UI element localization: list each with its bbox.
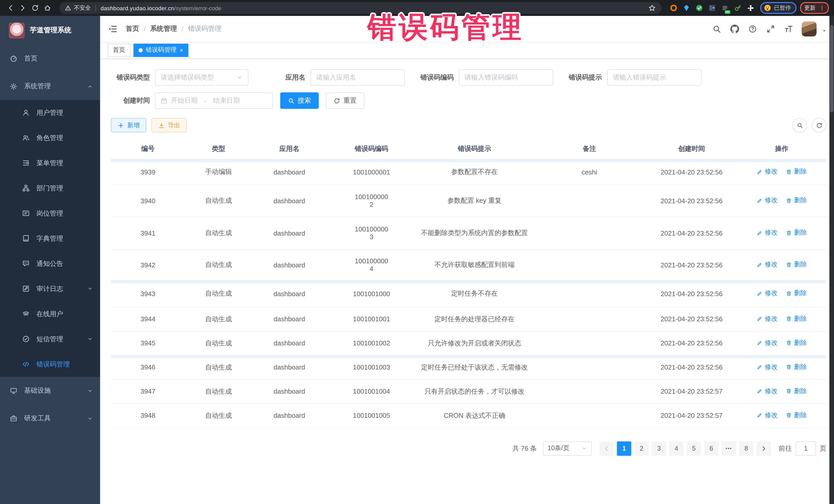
page-button-8[interactable]: 8 [739, 441, 753, 456]
sidebar-item-7[interactable]: 字典管理 [0, 226, 100, 251]
delete-link[interactable]: 删除 [786, 411, 807, 420]
app-name-input[interactable]: 请输入应用名 [310, 69, 405, 86]
search-icon[interactable] [712, 24, 721, 34]
sidebar-item-3[interactable]: 角色管理 [0, 125, 100, 150]
breadcrumb-home[interactable]: 首页 [126, 24, 139, 34]
delete-link[interactable]: 删除 [786, 196, 807, 205]
close-tab-icon[interactable]: × [180, 47, 183, 53]
font-size-icon[interactable] [784, 24, 793, 34]
page-button-6[interactable]: 6 [704, 441, 719, 456]
toggle-search-button[interactable] [792, 118, 807, 132]
delete-link[interactable]: 删除 [786, 339, 807, 348]
edit-link[interactable]: 修改 [756, 387, 777, 396]
page-button-3[interactable]: 3 [652, 441, 666, 456]
sidebar-item-6[interactable]: 岗位管理 [0, 201, 100, 226]
reset-button[interactable]: 重置 [326, 92, 365, 109]
search-button[interactable]: 搜索 [280, 92, 319, 109]
extension-gem-icon[interactable] [682, 4, 690, 12]
user-avatar[interactable] [802, 21, 816, 36]
scrollbar-thumb[interactable] [830, 25, 833, 112]
dashboard-icon [10, 54, 18, 62]
profile-paused-badge[interactable]: 已暂停 [760, 2, 796, 14]
sidebar-item-2[interactable]: 用户管理 [0, 100, 100, 125]
sidebar-item-0[interactable]: 首页 [0, 45, 100, 72]
reload-icon[interactable] [31, 4, 40, 12]
edit-link[interactable]: 修改 [756, 289, 777, 298]
cell-app-name: dashboard [252, 379, 327, 403]
edit-link[interactable]: 修改 [756, 339, 777, 348]
delete-link[interactable]: 删除 [786, 229, 807, 237]
app-logo[interactable]: 芋道管理系统 [0, 16, 100, 45]
extension-orange-icon[interactable] [669, 4, 678, 12]
sidebar-item-9[interactable]: 审计日志 [0, 276, 100, 301]
add-button[interactable]: 新增 [111, 118, 146, 132]
page-ellipsis[interactable]: ••• [722, 441, 736, 456]
forward-icon[interactable] [19, 4, 27, 12]
home-icon[interactable] [43, 4, 52, 12]
date-range-picker[interactable]: 开始日期 - 结束日期 [155, 92, 273, 109]
prev-page-button[interactable] [599, 441, 614, 456]
sidebar-item-14[interactable]: 研发工具 [0, 404, 100, 432]
pagination: 共 76 条 10条/页 123456•••8 前往 页 [111, 441, 826, 456]
extension-grid-icon[interactable] [708, 4, 716, 12]
next-page-button[interactable] [756, 441, 771, 456]
sidebar-item-11[interactable]: 短信管理 [0, 326, 100, 352]
sidebar-item-1[interactable]: 系统管理 [0, 72, 100, 100]
page-button-1[interactable]: 1 [617, 441, 631, 456]
page-button-2[interactable]: 2 [634, 441, 649, 456]
error-type-select[interactable]: 请选择错误码类型 [155, 69, 248, 86]
sidebar-item-4[interactable]: 菜单管理 [0, 150, 100, 176]
github-icon[interactable] [730, 24, 739, 34]
extension-lines-on-icon[interactable]: on [721, 4, 729, 12]
window-scrollbar[interactable] [829, 16, 834, 504]
extension-check-icon[interactable] [695, 4, 703, 12]
back-icon[interactable] [6, 4, 15, 12]
edit-link[interactable]: 修改 [756, 314, 777, 323]
page-button-4[interactable]: 4 [669, 441, 684, 456]
chevron-down-icon [237, 74, 243, 81]
address-bar[interactable]: 不安全 dashboard.yudao.iocoder.cn/system/er… [60, 2, 662, 14]
sidebar-item-8[interactable]: 通知公告 [0, 251, 100, 276]
help-icon[interactable] [748, 24, 757, 34]
delete-link[interactable]: 删除 [786, 168, 807, 176]
sidebar-item-5[interactable]: 部门管理 [0, 176, 100, 201]
page-size-select[interactable]: 10条/页 [543, 441, 592, 456]
sidebar-item-13[interactable]: 基础设施 [0, 377, 100, 404]
cell-create-time: 2021-04-20 23:52:56 [646, 159, 737, 185]
edit-link[interactable]: 修改 [756, 411, 777, 420]
error-message-placeholder: 请输入错误码提示 [613, 73, 666, 82]
error-message-input[interactable]: 请输入错误码提示 [607, 69, 702, 86]
sidebar-item-label: 部门管理 [37, 183, 93, 193]
cell-error-code: 100100000 4 [327, 249, 416, 280]
sidebar-item-label: 系统管理 [24, 82, 81, 91]
fullscreen-icon[interactable] [766, 24, 775, 34]
bookmark-star-icon[interactable] [648, 4, 656, 12]
page-button-5[interactable]: 5 [687, 441, 701, 456]
goto-page-input[interactable] [795, 441, 816, 456]
tab-0[interactable]: 首页 [108, 43, 130, 57]
hamburger-icon[interactable] [108, 24, 117, 34]
edit-link[interactable]: 修改 [756, 261, 777, 269]
avatar-caret-down-icon[interactable] [822, 26, 827, 31]
delete-link[interactable]: 删除 [786, 363, 807, 372]
edit-link[interactable]: 修改 [756, 363, 777, 372]
edit-link[interactable]: 修改 [756, 196, 777, 205]
refresh-table-button[interactable] [812, 118, 826, 132]
delete-link[interactable]: 删除 [786, 387, 807, 396]
error-code-input[interactable]: 请输入错误码编码 [459, 69, 553, 86]
message-icon [22, 260, 30, 267]
browser-update-button[interactable]: 更新 ⋮ [800, 2, 829, 14]
delete-link[interactable]: 删除 [786, 314, 807, 323]
delete-link[interactable]: 删除 [786, 261, 807, 269]
extension-key-icon[interactable] [733, 4, 742, 12]
browser-menu-icon[interactable]: ⋮ [819, 6, 825, 10]
sidebar-item-10[interactable]: 在线用户 [0, 301, 100, 326]
breadcrumb-system[interactable]: 系统管理 [150, 24, 177, 34]
sidebar-item-12[interactable]: 错误码管理 [0, 352, 100, 377]
delete-link[interactable]: 删除 [786, 289, 807, 298]
edit-link[interactable]: 修改 [756, 229, 777, 237]
export-button[interactable]: 导出 [151, 118, 187, 132]
extensions-puzzle-icon[interactable] [746, 4, 754, 12]
edit-link[interactable]: 修改 [756, 168, 777, 176]
tab-1[interactable]: 错误码管理× [133, 43, 188, 57]
